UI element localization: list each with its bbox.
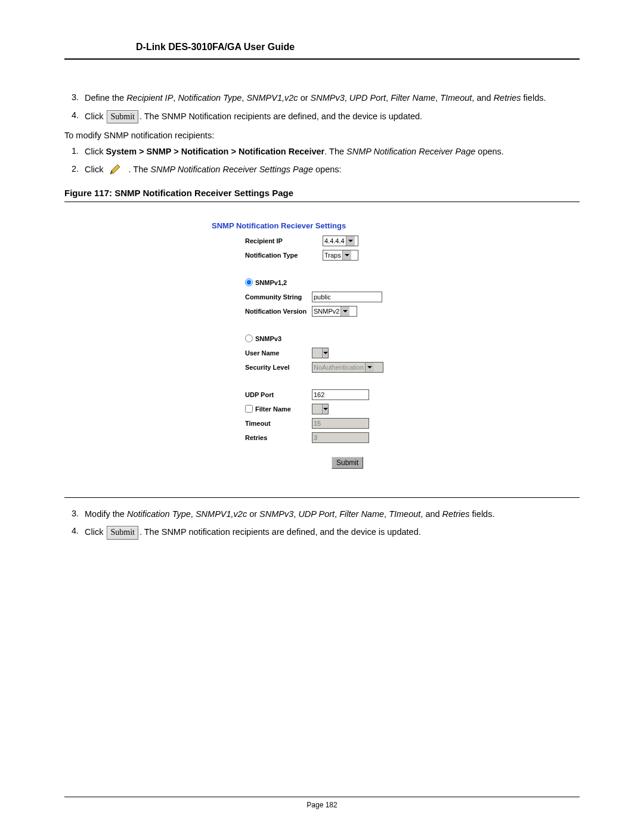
snmpv3-radio[interactable] <box>245 335 253 342</box>
udp-port-input[interactable] <box>312 389 369 400</box>
submit-button-image: Submit <box>107 110 138 124</box>
recipient-ip-select[interactable]: 4.4.4.4 <box>323 236 358 246</box>
header-rule <box>64 58 580 60</box>
community-string-input[interactable] <box>312 292 382 302</box>
user-name-label: User Name <box>245 349 318 357</box>
step-click-submit: 4. Click Submit. The SNMP Notification r… <box>64 110 580 124</box>
step-number: 3. <box>64 509 79 518</box>
doc-header-title: D-Link DES-3010FA/GA User Guide <box>136 42 580 52</box>
chevron-down-icon <box>342 250 351 260</box>
modify-intro: To modify SNMP notification recipients: <box>64 131 580 140</box>
retries-input <box>312 432 369 443</box>
footer-rule <box>64 797 580 797</box>
chevron-down-icon <box>322 404 328 414</box>
recipient-ip-label: Recipient IP <box>245 237 323 244</box>
chevron-down-icon <box>346 236 355 246</box>
submit-button[interactable]: Submit <box>332 457 363 469</box>
step-click-edit: 2. Click . The SNMP Notification Receive… <box>64 164 580 176</box>
chevron-down-icon <box>322 348 328 358</box>
snmpv12-radio-label: SNMPv1,2 <box>255 279 287 286</box>
page-number: Page 182 <box>0 801 644 809</box>
notification-version-label: Notification Version <box>245 308 318 315</box>
chevron-down-icon <box>340 306 349 316</box>
pencil-edit-icon <box>109 165 122 175</box>
timeout-input <box>312 418 369 429</box>
snmpv12-radio[interactable] <box>245 278 253 286</box>
filter-name-checkbox[interactable] <box>245 405 253 413</box>
step-click-submit-bottom: 4. Click Submit. The SNMP notification r… <box>64 526 580 540</box>
notification-type-label: Notification Type <box>245 252 323 259</box>
figure-caption: Figure 117: SNMP Notification Receiver S… <box>64 188 580 198</box>
notification-type-select[interactable]: Traps <box>323 250 358 261</box>
step-number: 4. <box>64 110 79 120</box>
step-modify-fields: 3. Modify the Notification Type, SNMPV1,… <box>64 509 580 521</box>
chevron-down-icon <box>365 363 374 372</box>
step-define-fields: 3. Define the Recipient IP, Notification… <box>64 92 580 104</box>
filter-name-select[interactable] <box>312 404 329 414</box>
step-number: 2. <box>64 164 79 174</box>
retries-label: Retries <box>245 434 318 441</box>
panel-title: SNMP Notification Reciever Settings <box>209 216 435 235</box>
step-number: 1. <box>64 146 79 156</box>
udp-port-label: UDP Port <box>245 391 318 398</box>
snmp-settings-panel: SNMP Notification Reciever Settings Reci… <box>209 213 435 487</box>
community-string-label: Community String <box>245 293 318 301</box>
figure-rule-bottom <box>64 497 580 498</box>
notification-version-select[interactable]: SNMPv2 <box>312 306 357 317</box>
step-navigate: 1. Click System > SNMP > Notification > … <box>64 146 580 158</box>
submit-button-image: Submit <box>107 526 138 540</box>
filter-name-label: Filter Name <box>255 405 291 413</box>
security-level-select[interactable]: NoAuthentication <box>312 362 383 373</box>
figure-rule <box>64 202 580 202</box>
user-name-select[interactable] <box>312 348 329 358</box>
timeout-label: Timeout <box>245 420 318 427</box>
security-level-label: Security Level <box>245 364 318 371</box>
step-number: 3. <box>64 92 79 102</box>
snmpv3-radio-label: SNMPv3 <box>255 335 281 342</box>
step-number: 4. <box>64 526 79 535</box>
